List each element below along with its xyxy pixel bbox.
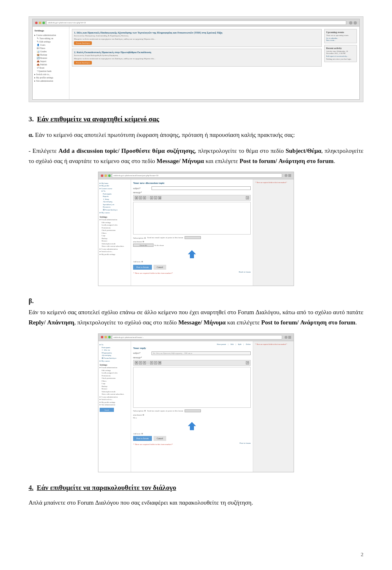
section3-para-b: Εάν το κείμενό σας αποτελεί σχόλιο επάνω… xyxy=(29,307,363,328)
search-sidebar-btn: Search xyxy=(100,408,114,412)
mid-browser-min xyxy=(105,174,107,177)
browser-top-bar: adultedu.gr/e-platform/course/view.php?i… xyxy=(33,19,359,27)
bottom-editor-area xyxy=(133,367,251,408)
mid-browser-close xyxy=(101,174,103,177)
bottom-min xyxy=(105,336,107,338)
required-note: * There are required fields in this form… xyxy=(133,272,173,274)
toolbar-btn-expand: ↗ xyxy=(246,196,249,199)
toolbar-btn-1: B xyxy=(135,196,138,199)
bottom-subject-row: subject* Re: Ιδέες και Πρακτικές Βιβλιογ… xyxy=(133,351,251,355)
section4-para: Απλά μπαίνετε στο Forum Διαλόγου που σας… xyxy=(29,498,363,508)
cancel-btn: Cancel xyxy=(154,265,166,270)
bottom-max xyxy=(108,336,111,338)
browser-url: adultedu.gr/e-platform/course/view.php?i… xyxy=(46,20,346,25)
mid-subject-row: subject* xyxy=(133,186,251,190)
bottom-toolbar-expand: ↗ xyxy=(246,361,249,364)
bottom-sidebar: ▸ Tu Participants 1 - 4λεc na Πληροφορία… xyxy=(98,341,131,472)
bottom-screenshot: adultedu.gr/e-platform/mod/forum/... ▸ T… xyxy=(98,333,294,472)
toolbar-btn-5: ≡ xyxy=(154,196,157,199)
bottom-upload-icon xyxy=(188,422,196,430)
toolbar-btn-3: U xyxy=(143,196,146,199)
sim-topic-1: 1. Ιδέες και Πρακτικές Παιδαγωγικής Αξιο… xyxy=(72,29,322,47)
mid-icon-2 xyxy=(288,174,291,177)
mid-icon-1 xyxy=(285,174,287,177)
toolbar-btn-4: A xyxy=(150,196,153,199)
bottom-main: Show parent | Edit | Split | Delete Your… xyxy=(131,341,253,472)
subscription-dropdown xyxy=(185,236,201,239)
bottom-message-label: message* xyxy=(133,356,251,359)
sim-right-panel: Upcoming events There are no upcoming ev… xyxy=(324,29,357,97)
bottom-toolbar-i: I xyxy=(139,361,142,364)
post-actions: Show parent | Edit | Split | Delete xyxy=(133,343,251,345)
upload-icon xyxy=(188,250,196,258)
bottom-icon-1 xyxy=(285,336,287,339)
add-now-row: Add now ⊕ xyxy=(133,432,251,435)
bottom-close xyxy=(101,336,103,338)
browser-icon-1 xyxy=(349,21,352,25)
bottom-url: adultedu.gr/e-platform/mod/forum/... xyxy=(112,335,282,340)
page-number: 2 xyxy=(361,551,364,558)
browser-close-dot xyxy=(35,22,38,24)
bottom-browser-top: adultedu.gr/e-platform/mod/forum/... xyxy=(98,334,294,341)
toolbar-separator xyxy=(148,196,148,199)
bottom-toolbar-a: A xyxy=(150,361,153,364)
bottom-toolbar-align: ≡ xyxy=(154,361,157,364)
section3-para-b-label: β. xyxy=(29,297,363,305)
toolbar-btn-6: ⊞ xyxy=(158,196,161,199)
mid-attachment-row: attachment ⊕ Choose file No file chosen xyxy=(133,240,251,247)
bottom-subscription-dropdown xyxy=(185,409,201,412)
mid-editor-area xyxy=(133,202,251,235)
bottom-post-btn: Post to forum xyxy=(133,436,152,441)
mid-subscription-row: Subscription ⊕ Send me email copies of p… xyxy=(133,236,251,239)
browser-icon-2 xyxy=(354,21,357,25)
mid-sim-main: Your new discussion topic subject* messa… xyxy=(131,179,253,286)
section3-para-a-sub: - Επιλέγετε Add a discussion topic/ Προσ… xyxy=(29,146,363,166)
bottom-toolbar-grid: ⊞ xyxy=(158,361,161,364)
bottom-right-note: * There are required fields in this form… xyxy=(253,341,294,472)
bottom-back-to-forum: Post to forum xyxy=(240,442,251,445)
mid-browser-max xyxy=(108,174,111,177)
attachment-input: Choose file xyxy=(133,244,154,247)
mid-sim-sidebar: ▸ My home ▸ My profile ▸ Current course … xyxy=(98,179,131,286)
top-screenshot: adultedu.gr/e-platform/course/view.php?i… xyxy=(29,16,363,102)
section3-heading-block: 3. Εάν επιθυμείτε να αναρτηθεί κείμενό σ… xyxy=(29,115,363,123)
browser-max-dot xyxy=(42,22,45,24)
bottom-toolbar-sep xyxy=(148,361,148,364)
mid-action-buttons: Post to forum Cancel xyxy=(133,265,251,270)
back-to-forum-link: Back to forum xyxy=(239,271,251,274)
mid-message-label: message* xyxy=(133,191,251,194)
mid-browser-url: adultedu.gr/e-platform/mod/forum/post.ph… xyxy=(112,173,282,178)
bottom-attachment: attachment ⊕ File a xyxy=(133,414,251,419)
section3-para-a: α. Εάν το κείμενό σας αποτελεί πρωτότυπη… xyxy=(29,130,363,140)
browser-min-dot xyxy=(39,22,41,24)
sim-topic-2: 2. Καλές Εκπαιδευτικές Πρακτικές στην Πρ… xyxy=(72,49,322,67)
sim-main-content: 1. Ιδέες και Πρακτικές Παιδαγωγικής Αξιο… xyxy=(69,27,359,99)
post-to-forum-btn: Post to forum xyxy=(133,265,152,270)
section4-heading-block: 4. Εάν επιθυμείτε να παρακολουθείτε τον … xyxy=(29,484,363,492)
bottom-action-buttons: Post to forum Cancel xyxy=(133,436,251,441)
mid-right-note: * There are required fields in this form… xyxy=(253,179,294,286)
mid-browser-top: adultedu.gr/e-platform/mod/forum/post.ph… xyxy=(98,172,294,179)
bottom-required-note: * There are required fields in this form… xyxy=(133,443,173,445)
toolbar-btn-2: I xyxy=(139,196,142,199)
bottom-toolbar-b: B xyxy=(135,361,138,364)
bottom-cancel-btn: Cancel xyxy=(154,436,166,441)
sim-sidebar: Settings ▸ Course administration ✎ Turn … xyxy=(33,27,69,99)
bottom-editor-toolbar: B I U A ≡ ⊞ ↗ xyxy=(133,360,251,366)
mid-screenshot-1: adultedu.gr/e-platform/mod/forum/post.ph… xyxy=(98,172,294,286)
bottom-icon-2 xyxy=(288,336,291,339)
bottom-toolbar-u: U xyxy=(143,361,146,364)
mid-editor-toolbar: B I U A ≡ ⊞ ↗ xyxy=(133,195,251,201)
bottom-subscription: Subscription ⊕ Send me email copies of p… xyxy=(133,409,251,412)
